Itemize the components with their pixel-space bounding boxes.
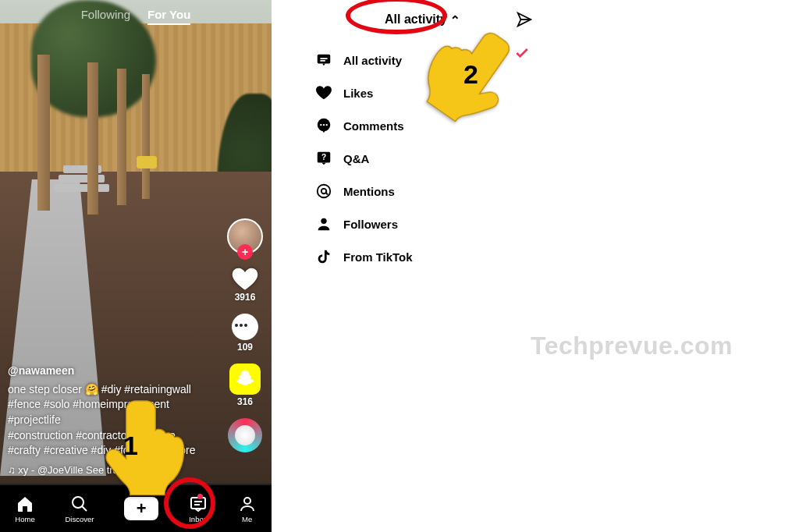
caption-line: #construction #contractor #explore: [8, 429, 176, 442]
filter-all-activity[interactable]: All activity: [300, 44, 545, 76]
watermark: Techprevue.com: [531, 332, 733, 360]
followers-icon: [315, 215, 332, 232]
home-icon: [16, 495, 34, 513]
svg-point-11: [325, 124, 327, 126]
svg-point-15: [321, 189, 326, 193]
notification-dot-icon: [197, 494, 203, 499]
paper-plane-icon: [516, 11, 533, 28]
svg-point-10: [323, 124, 325, 126]
nav-inbox[interactable]: Inbox: [189, 495, 208, 523]
filter-label: All activity: [343, 54, 402, 67]
activity-filter-dropdown[interactable]: All activity ⌄: [385, 12, 460, 27]
filter-label: From TikTok: [343, 250, 413, 264]
inbox-screen: All activity ⌄ All activity Likes Commen…: [300, 0, 545, 532]
feed-tabs: Following For You: [0, 8, 272, 25]
activity-icon: [315, 51, 332, 69]
filter-label: Comments: [343, 119, 404, 133]
nav-home-label: Home: [15, 515, 34, 523]
comment-count: 109: [237, 342, 253, 353]
comment-button[interactable]: 109: [232, 314, 258, 353]
inbox-header: All activity ⌄: [300, 0, 545, 39]
heart-icon: [231, 265, 259, 290]
filter-label: Likes: [343, 87, 373, 100]
comment-icon: [232, 314, 258, 340]
filter-likes[interactable]: Likes: [300, 76, 545, 109]
bottom-nav: Home Discover + Inbox Me: [0, 485, 272, 532]
filter-label: Q&A: [343, 152, 369, 165]
video-caption: @nawameen one step closer 🤗 #diy #retain…: [8, 364, 209, 477]
chevron-up-icon: ⌄: [450, 12, 460, 27]
like-button[interactable]: 3916: [231, 265, 259, 303]
sound-disc[interactable]: [228, 418, 262, 452]
filter-from-tiktok[interactable]: From TikTok: [300, 240, 545, 273]
svg-point-16: [321, 218, 326, 224]
search-icon: [70, 495, 89, 513]
activity-filter-list: All activity Likes Comments ? Q&A Mentio…: [300, 39, 545, 278]
svg-point-9: [320, 124, 321, 126]
caption-line: #crafty #creative #diy #foryou #explore: [8, 444, 195, 456]
snapchat-icon: [229, 364, 261, 395]
tab-for-you[interactable]: For You: [147, 8, 190, 25]
filter-label: Followers: [343, 218, 398, 231]
svg-rect-2: [191, 498, 205, 509]
nav-discover-label: Discover: [65, 515, 94, 523]
svg-line-1: [82, 506, 87, 511]
filter-qa[interactable]: ? Q&A: [300, 142, 545, 175]
filter-comments[interactable]: Comments: [300, 109, 545, 142]
comment-icon: [315, 117, 332, 134]
filter-label: Mentions: [343, 185, 395, 198]
tiktok-icon: [315, 248, 332, 265]
author-username[interactable]: @nawameen: [8, 364, 209, 379]
filter-followers[interactable]: Followers: [300, 207, 545, 240]
nav-discover[interactable]: Discover: [65, 495, 94, 523]
selected-check-icon: [514, 45, 530, 64]
plus-icon: +: [137, 500, 147, 517]
nav-home[interactable]: Home: [15, 495, 34, 523]
nav-create[interactable]: +: [124, 497, 158, 520]
nav-me[interactable]: Me: [238, 495, 257, 523]
filter-mentions[interactable]: Mentions: [300, 175, 545, 207]
profile-icon: [238, 495, 257, 513]
caption-line: #fence #solo #homeimprovement #projectli…: [8, 398, 169, 426]
svg-point-14: [318, 185, 331, 198]
mention-icon: [315, 183, 332, 200]
svg-point-0: [73, 497, 83, 508]
follow-plus-icon[interactable]: +: [237, 244, 253, 260]
tab-following[interactable]: Following: [81, 8, 130, 25]
svg-text:?: ?: [321, 153, 326, 161]
send-message-button[interactable]: [516, 11, 533, 31]
action-rail: + 3916 109 316: [225, 218, 265, 452]
caption-line: one step closer 🤗 #diy #retainingwall: [8, 383, 191, 395]
qa-icon: ?: [315, 150, 332, 167]
nav-me-label: Me: [242, 515, 252, 523]
share-count: 316: [237, 396, 253, 407]
nav-inbox-label: Inbox: [189, 515, 207, 523]
activity-filter-label: All activity: [385, 12, 447, 27]
heart-icon: [315, 84, 332, 101]
feed-screen: Following For You + 3916 109 316 @nawame…: [0, 0, 272, 532]
sound-label[interactable]: ♫ xy - @JoeVille See translation: [8, 463, 209, 477]
share-button[interactable]: 316: [229, 364, 261, 407]
author-avatar[interactable]: +: [227, 218, 263, 254]
svg-point-5: [244, 498, 250, 504]
like-count: 3916: [235, 292, 256, 303]
